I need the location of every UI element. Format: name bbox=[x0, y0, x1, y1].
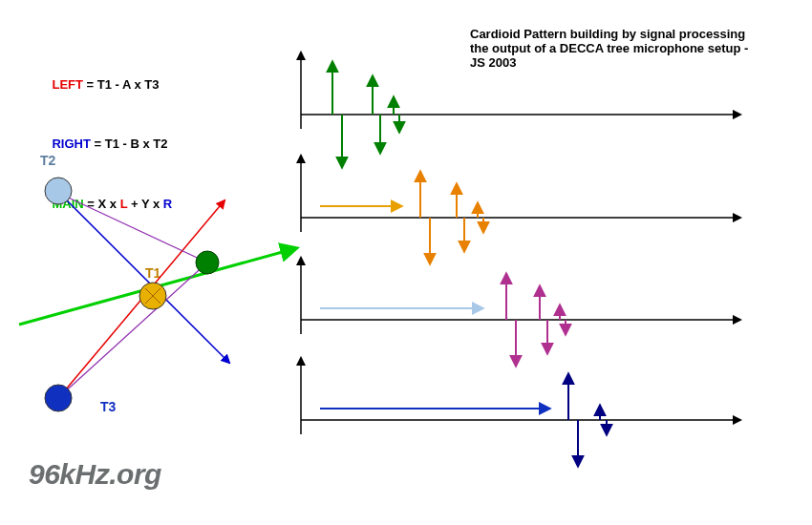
diagram-svg bbox=[0, 0, 812, 525]
mic-t3 bbox=[45, 385, 72, 411]
impulse-plot-navy bbox=[301, 358, 740, 466]
impulse-plot-top-green bbox=[301, 52, 740, 167]
right-blue-arrow bbox=[60, 194, 229, 363]
purple-connector-2 bbox=[60, 262, 207, 396]
intersection-dot bbox=[196, 251, 219, 274]
impulse-plot-magenta bbox=[301, 258, 740, 366]
mic-t2 bbox=[45, 178, 72, 204]
impulse-plot-orange bbox=[301, 156, 740, 263]
purple-connector-1 bbox=[60, 194, 207, 262]
